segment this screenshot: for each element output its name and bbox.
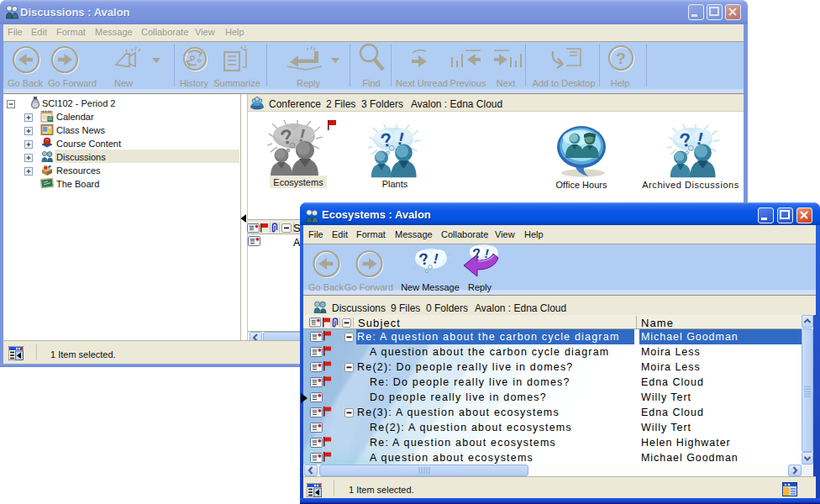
svg-text:?: ? <box>616 50 626 67</box>
